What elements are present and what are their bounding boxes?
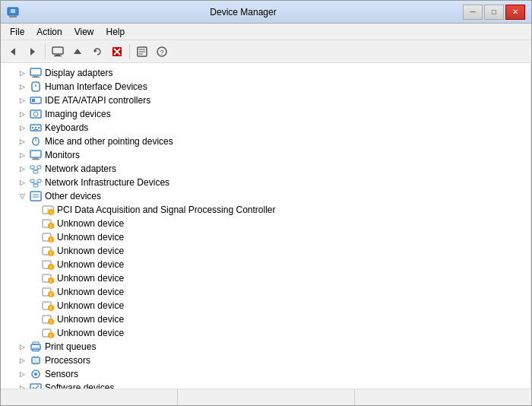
tree-item-monitors[interactable]: ▷ Monitors [1, 148, 530, 162]
status-section-2 [178, 389, 355, 405]
device-icon [30, 81, 42, 93]
expand-icon: ▷ [16, 108, 28, 120]
tree-item-unknown-7[interactable]: ▷ ! Unknown device [1, 299, 530, 312]
svg-rect-35 [30, 151, 41, 157]
device-tree[interactable]: ▷ Display adapters ▷ Human Interface Dev… [1, 63, 531, 389]
tree-item-label: IDE ATA/ATAPI controllers [45, 95, 150, 106]
tree-item-label: Unknown device [57, 246, 124, 256]
properties-button[interactable] [133, 43, 151, 61]
tree-item-mice[interactable]: ▷ Mice and other pointing devices [1, 135, 530, 148]
tree-item-label: Unknown device [57, 232, 124, 243]
tree-item-label: Imaging devices [45, 109, 111, 119]
device-icon [30, 135, 42, 147]
tree-item-unknown-9[interactable]: ▷ ! Unknown device [1, 326, 530, 340]
warning-device-icon: ! ! [42, 204, 54, 216]
svg-rect-32 [33, 129, 38, 130]
tree-item-label: Print queues [45, 341, 96, 352]
tree-item-label: Unknown device [57, 300, 124, 311]
minimize-button[interactable]: ─ [463, 5, 483, 20]
device-icon [30, 176, 42, 189]
app-icon [7, 6, 19, 18]
tree-item-processors[interactable]: ▷ Processors [1, 354, 530, 367]
tree-item-label: Unknown device [57, 259, 124, 270]
tree-item-display-adapters[interactable]: ▷ Display adapters [1, 66, 530, 80]
expand-icon: ▷ [16, 368, 28, 380]
expand-icon: ▽ [16, 190, 28, 202]
svg-text:!: ! [50, 224, 52, 229]
maximize-button[interactable]: □ [484, 5, 504, 20]
tree-item-unknown-2[interactable]: ▷ ! Unknown device [1, 230, 530, 244]
tree-item-hid[interactable]: ▷ Human Interface Devices [1, 80, 530, 94]
menu-help[interactable]: Help [100, 25, 131, 39]
device-icon [30, 354, 42, 366]
svg-text:!: ! [50, 251, 52, 256]
expand-icon: ▷ [16, 382, 28, 389]
svg-rect-45 [33, 184, 38, 187]
tree-item-label: Unknown device [57, 314, 124, 325]
device-manager-window: Device Manager ─ □ ✕ File Action View He… [0, 0, 532, 406]
tree-item-unknown-3[interactable]: ▷ ! Unknown device [1, 244, 530, 258]
refresh-button[interactable] [88, 43, 106, 61]
svg-rect-5 [52, 47, 63, 54]
close-button[interactable]: ✕ [505, 5, 525, 20]
svg-text:!: ! [50, 333, 52, 338]
up-button[interactable] [68, 43, 87, 61]
device-icon [30, 67, 42, 79]
tree-item-software-devices[interactable]: ▷ Software devices [1, 381, 530, 389]
warning-device-icon: ! [42, 272, 54, 284]
tree-item-print-queues[interactable]: ▷ Print queues [1, 340, 530, 354]
tree-item-sensors[interactable]: ▷ Sensors [1, 367, 530, 381]
tree-item-label: Software devices [45, 382, 114, 389]
tree-item-unknown-8[interactable]: ▷ ! Unknown device [1, 312, 530, 326]
tree-item-imaging[interactable]: ▷ Imaging devices [1, 107, 530, 121]
computer-button[interactable] [49, 43, 67, 61]
help-icon-button[interactable]: ? [153, 43, 171, 61]
tree-item-network[interactable]: ▷ Network adapters [1, 162, 530, 176]
tree-item-ide[interactable]: ▷ IDE ATA/ATAPI controllers [1, 94, 530, 107]
expand-icon: ▷ [16, 122, 28, 134]
status-bar [1, 389, 531, 405]
svg-rect-83 [33, 342, 39, 344]
device-icon [30, 382, 42, 389]
warning-device-icon: ! [42, 217, 54, 230]
tree-item-label: Monitors [45, 150, 80, 160]
tree-item-pci[interactable]: ▷ ! ! PCI Data Acquisition and Signal Pr… [1, 203, 530, 217]
expand-icon: ▷ [16, 135, 28, 147]
tree-item-label: Network Infrastructure Devices [45, 177, 169, 188]
tree-item-network-infra[interactable]: ▷ Network Infrastructure Devices [1, 176, 530, 189]
tree-item-label: Processors [45, 355, 90, 366]
remove-button[interactable] [108, 43, 126, 61]
expand-icon: ▷ [16, 149, 28, 161]
tree-item-label: Human Interface Devices [45, 81, 147, 92]
svg-rect-1 [9, 16, 17, 17]
warning-device-icon: ! [42, 327, 54, 339]
toolbar-separator-2 [129, 44, 130, 59]
forward-button[interactable] [24, 43, 42, 61]
menu-action[interactable]: Action [30, 25, 68, 39]
tree-item-unknown-4[interactable]: ▷ ! Unknown device [1, 258, 530, 271]
tree-item-keyboards[interactable]: ▷ Keyboards [1, 121, 530, 135]
device-icon [30, 368, 42, 380]
svg-rect-48 [30, 192, 41, 201]
device-icon [30, 149, 42, 161]
svg-rect-19 [30, 68, 41, 75]
svg-point-92 [34, 373, 37, 376]
tree-item-label: Other devices [45, 191, 101, 201]
svg-text:!: ! [50, 292, 52, 297]
svg-marker-9 [94, 49, 97, 52]
menu-file[interactable]: File [4, 25, 30, 39]
tree-item-other-devices[interactable]: ▽ Other devices [1, 189, 530, 203]
menu-view[interactable]: View [68, 25, 100, 39]
svg-text:!: ! [50, 319, 52, 325]
tree-item-unknown-1[interactable]: ▷ ! Unknown device [1, 217, 530, 230]
window-controls: ─ □ ✕ [463, 5, 525, 20]
device-icon [30, 163, 42, 175]
tree-item-unknown-6[interactable]: ▷ ! Unknown device [1, 285, 530, 299]
tree-item-label: Sensors [45, 369, 78, 379]
tree-item-unknown-5[interactable]: ▷ ! Unknown device [1, 271, 530, 285]
tree-item-label: Network adapters [45, 163, 116, 174]
device-icon [30, 341, 42, 353]
svg-text:!: ! [50, 210, 52, 215]
back-button[interactable] [4, 43, 22, 61]
expand-icon: ▷ [16, 341, 28, 353]
